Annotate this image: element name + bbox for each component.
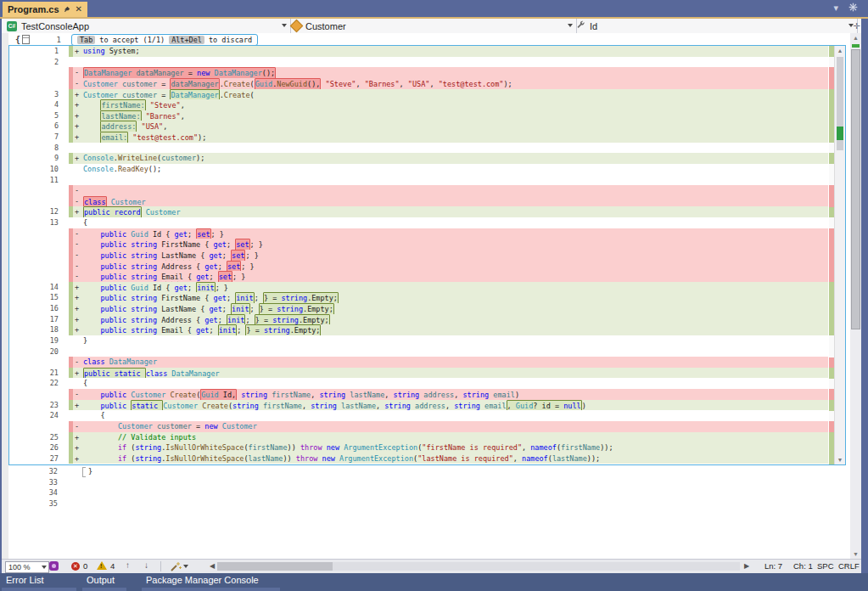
code-line[interactable]: -Customer customer = dataManager.Create(… [9,78,828,89]
code-line[interactable]: 10Console.ReadKey(); [9,164,828,175]
code-line[interactable]: - public string Address { get; set; } [9,261,828,272]
editor-scrollbar[interactable]: ▲ ▼ [850,33,861,559]
code-line[interactable]: -DataManager dataManager = new DataManag… [9,67,828,78]
intellicode-icon[interactable] [49,561,59,571]
wrench-icon [576,20,585,31]
line-number [9,67,69,78]
code-line[interactable]: 21+public static class DataManager [9,368,828,379]
horizontal-scrollbar[interactable] [217,562,740,571]
warning-count[interactable]: 4 [110,561,115,571]
code-line[interactable]: 4+ firstName: "Steve", [9,99,828,110]
panel-tab-error-list[interactable]: Error List [6,573,44,588]
suggestion-hint-bar[interactable]: Tab to accept (1/1) Alt+Del to discard [71,34,258,46]
panel-tab-output[interactable]: Output [87,573,115,588]
code-line[interactable]: 7+ email: "test@test.com"); [9,132,828,143]
chevron-down-icon[interactable]: ▾ [833,3,838,13]
suggestion-brace-icon[interactable]: { [15,35,37,44]
diff-sign [73,175,83,186]
line-number [9,196,69,207]
code-line[interactable]: 25+ // Validate inputs [9,432,828,443]
code-line[interactable]: - public Customer Create(Guid Id, string… [9,389,828,400]
code-text: class DataManager [83,357,828,368]
code-text [83,57,828,68]
horizontal-scrollbar-thumb[interactable] [217,562,333,571]
code-line[interactable]: - public string LastName { get; set; } [9,250,828,261]
code-line[interactable]: 1+using System; [9,46,828,57]
code-line[interactable]: 32} [8,466,833,477]
code-line[interactable]: 18+ public string Email { get; init; } =… [9,324,828,335]
inner-scrollbar[interactable]: ▲ ▼ [834,46,845,464]
type-dropdown[interactable]: Customer [285,19,577,33]
bottom-panel-tabs: Error List Output Package Manager Consol… [0,573,868,591]
zoom-select[interactable]: 100 % [5,561,49,573]
code-line[interactable]: 15+ public string FirstName { get; init;… [9,292,828,303]
spaces-indicator[interactable]: SPC [817,561,834,571]
code-line[interactable]: 5+ lastName: "Barnes", [9,110,828,121]
code-line[interactable]: 34 [8,487,833,498]
scroll-down-icon[interactable]: ▼ [835,455,845,464]
code-text: public record Customer [83,206,828,217]
code-line[interactable]: 24 { [9,410,828,421]
code-line[interactable]: -class DataManager [9,357,828,368]
hscroll-right-icon[interactable]: ▶ [744,562,749,570]
code-line[interactable]: 3+Customer customer = DataManager.Create… [9,89,828,100]
gear-icon[interactable] [848,3,858,14]
code-line[interactable]: 13{ [9,217,828,228]
hscroll-left-icon[interactable]: ◀ [210,562,215,570]
diff-sign [72,466,82,477]
code-line[interactable]: 12+public record Customer [9,206,828,217]
previous-issue-arrow-icon[interactable]: ↑ [126,560,130,570]
scroll-down-icon[interactable]: ▼ [850,549,861,559]
scroll-up-icon[interactable]: ▲ [850,33,861,42]
next-issue-arrow-icon[interactable]: ↓ [144,560,148,570]
panel-tab-package-manager-console[interactable]: Package Manager Console [146,573,259,588]
tab-program-cs[interactable]: Program.cs ✕ [3,2,87,17]
close-icon[interactable]: ✕ [76,5,82,14]
scroll-up-icon[interactable]: ▲ [835,46,845,55]
diff-sign: + [73,453,83,464]
member-dropdown[interactable]: Id [571,19,858,33]
code-line[interactable]: 17+ public string Address { get; init; }… [9,314,828,325]
diff-sign: + [73,153,83,164]
code-line[interactable]: 19} [9,335,828,346]
diff-sign: + [73,99,83,110]
code-line[interactable]: 11 [9,175,828,186]
line-number: 25 [9,432,69,443]
line-number: 13 [9,217,69,228]
column-indicator: Ch: 1 [793,561,813,571]
editor-scrollbar-thumb[interactable] [851,49,860,329]
line-number: 32 [8,466,68,477]
code-line[interactable]: - public Guid Id { get; set; } [9,228,828,239]
project-dropdown[interactable]: C# TestConsoleApp [2,19,291,33]
code-line[interactable]: 26+ if (string.IsNullOrWhiteSpace(firstN… [9,442,828,453]
code-line[interactable]: - public string FirstName { get; set; } [9,239,828,250]
code-line[interactable]: 6+ address: "USA", [9,121,828,132]
code-cleanup-wand-icon[interactable] [170,561,182,571]
code-line[interactable]: - Customer customer = new Customer [9,421,828,432]
code-line[interactable]: 22{ [9,378,828,389]
code-line[interactable]: - public string Email { get; set; } [9,271,828,282]
code-line[interactable]: 8 [9,143,828,154]
code-line[interactable]: 16+ public string LastName { get; init; … [9,303,828,314]
split-window-button[interactable]: ✛ [852,19,861,33]
code-text: } [83,335,828,346]
line-ending-indicator[interactable]: CRLF [838,561,860,571]
code-line[interactable]: 23+ public static Customer Create(string… [9,400,828,411]
chevron-down-icon [42,566,47,569]
pin-icon[interactable] [64,5,71,14]
code-text: Customer customer = DataManager.Create( [83,89,828,100]
code-line[interactable]: 35 [8,498,833,509]
error-count[interactable]: 0 [83,561,87,571]
discard-key-badge: Alt+Del [169,36,204,44]
line-number: 35 [8,498,68,509]
code-line[interactable]: 20 [9,346,828,357]
code-line[interactable]: -class Customer [9,196,828,207]
code-line[interactable]: - [9,185,828,196]
code-line[interactable]: 9+Console.WriteLine(customer); [9,153,828,164]
code-editor[interactable]: { 1 Tab to accept (1/1) Alt+Del to disca… [2,33,850,559]
code-line[interactable]: 33 [8,477,833,488]
code-line[interactable]: 2 [9,57,828,68]
code-line[interactable]: 14+ public Guid Id { get; init; } [9,282,828,293]
line-number: 23 [9,400,69,411]
code-line[interactable]: 27+ if (string.IsNullOrWhiteSpace(lastNa… [9,453,828,464]
